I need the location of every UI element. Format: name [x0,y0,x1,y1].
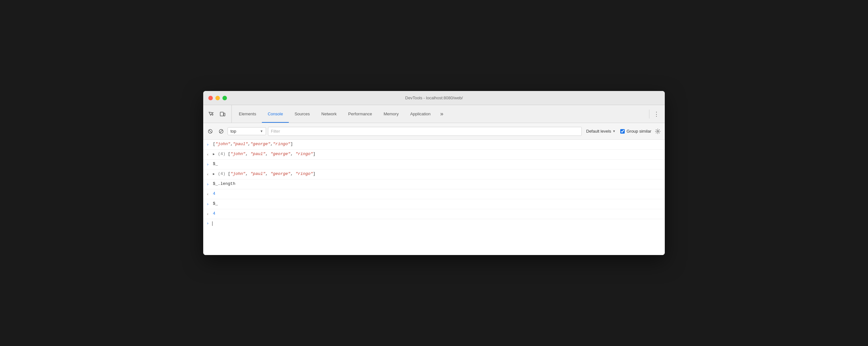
title-bar: DevTools - localhost:8080/web/ [203,91,665,105]
group-similar-label[interactable]: Group similar [620,129,651,134]
maximize-button[interactable] [222,96,227,100]
expand-triangle-icon[interactable]: ▶ [213,153,215,156]
console-toolbar: top ▼ Default levels ▼ Group similar [203,123,665,140]
output-arrow-icon: ‹ [203,211,212,218]
filter-input[interactable] [268,127,582,136]
settings-button[interactable] [653,127,662,136]
console-line: › $_.length [203,180,665,189]
devtools-window: DevTools - localhost:8080/web/ Elements … [203,91,665,255]
console-line-content: ▶ (4) ["john", "paul", "george", "ringo"… [212,171,662,178]
output-arrow-icon: ‹ [203,191,212,198]
console-line-content: ▶ (4) ["john", "paul", "george", "ringo"… [212,151,662,158]
svg-rect-1 [224,113,225,116]
console-line-content: 4 [212,191,662,197]
console-line-content: 4 [212,211,662,217]
close-button[interactable] [208,96,213,100]
more-tabs-button[interactable]: » [436,105,447,123]
prompt-arrow-icon: › [203,221,212,226]
tab-console[interactable]: Console [262,105,289,123]
svg-line-5 [220,130,223,133]
tab-memory[interactable]: Memory [378,105,404,123]
input-arrow-icon: › [203,181,212,188]
svg-rect-0 [220,112,223,116]
output-arrow-icon: ‹ [203,151,212,158]
console-line: ‹ 4 [203,189,665,199]
console-input[interactable] [212,221,213,226]
console-line: › ["john","paul","george","ringo"] [203,140,665,150]
inspect-icon[interactable] [206,109,216,119]
clear-console-button[interactable] [206,127,215,136]
tab-bar-right: ⋮ [647,105,665,123]
device-toggle-icon[interactable] [217,109,227,119]
traffic-lights [208,96,227,100]
input-arrow-icon: › [203,161,212,168]
context-dropdown[interactable]: top ▼ [227,127,266,135]
group-similar-checkbox[interactable] [620,129,625,134]
svg-line-3 [209,130,212,133]
console-line: › $_ [203,199,665,209]
console-line: ‹ ▶ (4) ["john", "paul", "george", "ring… [203,150,665,160]
input-arrow-icon: › [203,200,212,208]
levels-arrow-icon: ▼ [613,129,616,133]
tab-elements[interactable]: Elements [233,105,262,123]
window-title: DevTools - localhost:8080/web/ [405,95,463,100]
log-levels-button[interactable]: Default levels ▼ [584,127,618,135]
input-arrow-icon: › [203,141,212,148]
tab-sources[interactable]: Sources [289,105,316,123]
dropdown-arrow-icon: ▼ [260,129,263,133]
output-arrow-icon: ‹ [203,171,212,178]
tab-network[interactable]: Network [316,105,343,123]
console-line-content: ["john","paul","george","ringo"] [212,141,662,147]
tab-application[interactable]: Application [404,105,437,123]
console-line: ‹ 4 [203,209,665,219]
console-line-content: $_.length [212,181,662,187]
expand-triangle-icon[interactable]: ▶ [213,172,215,176]
console-line: › $_ [203,160,665,169]
console-input-line[interactable]: › [203,219,665,228]
console-output: › ["john","paul","george","ringo"] ‹ ▶ (… [203,140,665,255]
console-line: ‹ ▶ (4) ["john", "paul", "george", "ring… [203,169,665,180]
block-icon[interactable] [217,127,226,136]
svg-point-6 [657,130,659,132]
console-line-content: $_ [212,200,662,207]
minimize-button[interactable] [215,96,220,100]
tab-bar: Elements Console Sources Network Perform… [203,105,665,123]
more-options-button[interactable]: ⋮ [652,109,661,119]
console-line-content: $_ [212,161,662,167]
cursor-blink [212,221,213,226]
tab-bar-icons [206,105,232,123]
tab-performance[interactable]: Performance [342,105,378,123]
